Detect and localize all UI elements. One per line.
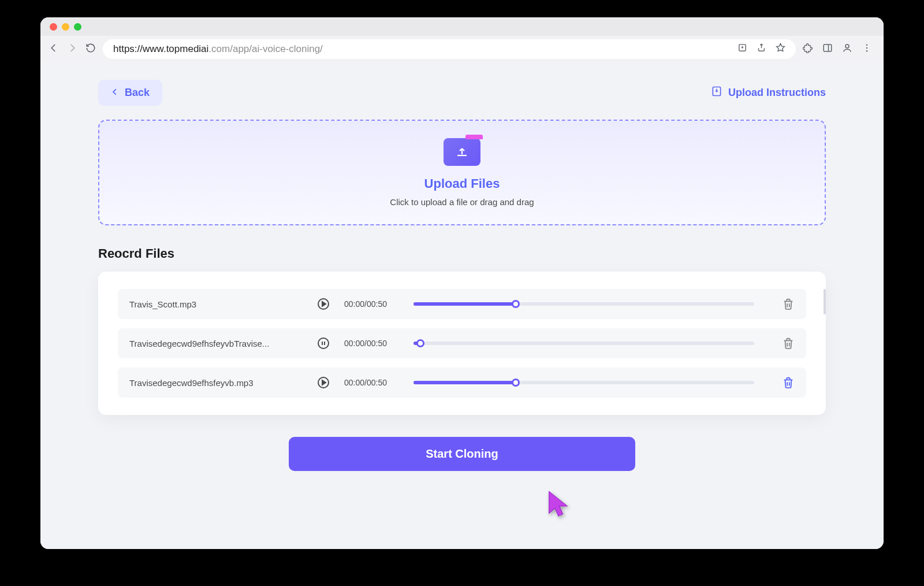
url-domain: topmediai	[166, 43, 209, 55]
back-icon[interactable]	[49, 43, 59, 55]
upload-instructions-link[interactable]: Upload Instructions	[711, 86, 826, 100]
delete-icon[interactable]	[782, 376, 795, 389]
time-label: 00:00/00:50	[344, 339, 396, 348]
play-icon[interactable]	[316, 376, 330, 390]
page-content: Back Upload Instructions Upload Files Cl…	[40, 62, 884, 549]
time-label: 00:00/00:50	[344, 299, 396, 309]
delete-icon[interactable]	[782, 298, 795, 310]
address-bar[interactable]: https://www.topmediai.com/app/ai-voice-c…	[103, 39, 796, 59]
progress-track[interactable]	[413, 381, 754, 384]
minimize-window-button[interactable]	[62, 23, 69, 31]
file-row: Travis_Scott.mp300:00/00:50	[118, 289, 806, 319]
progress-track[interactable]	[413, 302, 754, 306]
url-suffix: .com/app/ai-voice-cloning/	[208, 43, 322, 55]
start-cloning-label: Start Cloning	[426, 447, 498, 460]
svg-point-4	[866, 44, 867, 46]
upload-dropzone[interactable]: Upload Files Click to upload a file or d…	[98, 120, 826, 225]
svg-point-6	[866, 50, 867, 51]
star-icon[interactable]	[776, 43, 785, 55]
progress-track[interactable]	[413, 342, 754, 345]
chevron-left-icon	[111, 87, 119, 99]
dropzone-title: Upload Files	[424, 176, 500, 191]
delete-icon[interactable]	[782, 337, 795, 350]
cursor-icon	[546, 490, 571, 521]
back-button[interactable]: Back	[98, 80, 162, 106]
browser-window: https://www.topmediai.com/app/ai-voice-c…	[40, 17, 884, 549]
file-name: Travisedegecwd9efhsfeyvb.mp3	[129, 378, 303, 388]
play-icon[interactable]	[316, 297, 330, 311]
pause-icon[interactable]	[316, 336, 330, 350]
maximize-window-button[interactable]	[74, 23, 81, 31]
svg-point-3	[845, 44, 849, 48]
svg-point-11	[318, 338, 329, 348]
window-title-bar	[40, 17, 884, 36]
install-icon[interactable]	[737, 43, 747, 55]
instructions-icon	[711, 86, 722, 100]
panel-icon[interactable]	[822, 43, 833, 55]
file-row: Travisedegecwd9efhsfeyvbTravise...00:00/…	[118, 328, 806, 358]
reload-icon[interactable]	[85, 43, 96, 55]
upload-folder-icon	[444, 138, 480, 166]
svg-point-5	[866, 47, 867, 49]
browser-toolbar: https://www.topmediai.com/app/ai-voice-c…	[40, 36, 884, 62]
forward-icon[interactable]	[67, 43, 77, 55]
share-icon[interactable]	[757, 43, 766, 55]
file-name: Travis_Scott.mp3	[129, 299, 303, 309]
start-cloning-button[interactable]: Start Cloning	[289, 437, 635, 471]
url-prefix: https://www.	[113, 43, 166, 55]
files-card: Travis_Scott.mp300:00/00:50Travisedegecw…	[98, 272, 826, 415]
file-name: Travisedegecwd9efhsfeyvbTravise...	[129, 339, 303, 348]
back-label: Back	[125, 87, 150, 99]
file-row: Travisedegecwd9efhsfeyvb.mp300:00/00:50	[118, 368, 806, 398]
close-window-button[interactable]	[50, 23, 57, 31]
time-label: 00:00/00:50	[344, 378, 396, 387]
menu-icon[interactable]	[862, 43, 872, 55]
extensions-icon[interactable]	[803, 43, 813, 55]
instructions-label: Upload Instructions	[728, 87, 826, 99]
dropzone-subtitle: Click to upload a file or drag and drag	[390, 197, 534, 207]
scrollbar[interactable]	[824, 289, 826, 314]
profile-icon[interactable]	[842, 43, 852, 55]
svg-rect-1	[824, 44, 832, 51]
record-files-heading: Reocrd Files	[98, 246, 826, 261]
